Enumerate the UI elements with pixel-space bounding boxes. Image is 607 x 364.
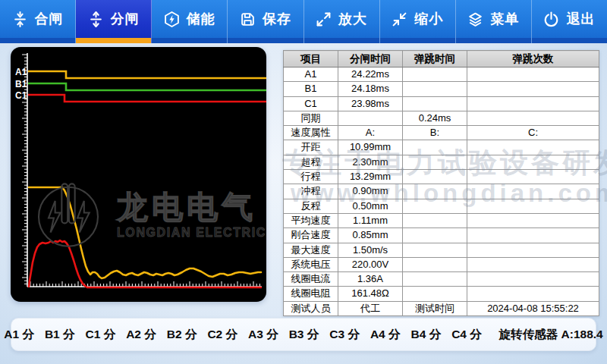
table-cell [467,82,599,96]
table-cell: C1 [284,96,338,111]
table-row: C123.98ms [284,96,599,111]
table-cell: 超程 [284,155,338,169]
table-row: 超程2.30mm [284,155,599,169]
table-cell [467,67,599,82]
table-cell: 220.00V [338,257,403,271]
contact-trace-B1 [28,83,266,90]
phase-status-item: A1 分 [4,327,34,343]
tab-label: 储能 [187,10,215,28]
phase-status-item: C1 分 [86,327,116,343]
table-cell: 2024-04-08 15:55:22 [467,301,599,315]
phase-status-bar: A1 分B1 分C1 分A2 分B2 分C2 分A3 分B3 分C3 分A4 分… [11,318,596,351]
table-cell [467,257,599,271]
phase-status-item: B2 分 [167,327,197,343]
zoom-out-icon [392,11,407,27]
tab-menu[interactable]: 菜单 [456,0,532,43]
table-cell [403,199,467,213]
tab-label: 保存 [263,10,291,28]
table-cell [403,213,467,228]
table-cell: 0.50mm [338,199,403,213]
table-cell: 24.18ms [338,82,403,96]
travel-curve [29,187,261,278]
table-cell: 13.29mm [338,170,403,184]
table-cell: 最大速度 [284,243,338,257]
table-cell: 0.90mm [338,184,403,199]
table-cell: 线圈电流 [284,272,338,287]
tab-zoom-out[interactable]: 缩小 [380,0,456,43]
table-cell: 161.48Ω [338,287,403,301]
table-cell [403,67,467,82]
table-cell: 同期 [284,111,338,125]
table-cell: 速度属性 [284,126,338,140]
table-cell [467,287,599,301]
open-contacts-icon [88,11,104,27]
table-cell [403,184,467,199]
table-cell: A1 [284,67,338,82]
table-cell: A: [338,126,403,140]
tab-save[interactable]: 保存 [228,0,304,43]
table-cell: 反程 [284,199,338,213]
table-cell: 行程 [284,170,338,184]
table-cell: 24.22ms [338,67,403,82]
exit-icon [543,11,559,27]
table-cell [403,96,467,111]
table-cell: 1.36A [338,272,403,287]
table-cell: B: [403,126,467,140]
table-row: 测试人员代工测试时间2024-04-08 15:55:22 [284,301,599,315]
phase-status-item: A4 分 [370,327,401,343]
table-row: 最大速度1.50m/s [284,243,599,257]
table-row: 速度属性A:B:C: [284,126,599,140]
tab-close-contacts[interactable]: 合闸 [0,0,76,43]
phase-status-item: B4 分 [411,327,442,343]
tab-zoom-in[interactable]: 放大 [304,0,380,43]
table-row: 开距10.99mm [284,140,599,155]
table-cell [467,140,599,155]
table-cell: 1.50m/s [338,243,403,257]
contact-trace-A1 [28,71,266,78]
tab-energy-storage[interactable]: 储能 [152,0,228,43]
table-cell [467,170,599,184]
table-row: 同期0.24ms [284,111,599,125]
phase-status-item: A3 分 [248,327,278,343]
table-row: 反程0.50mm [284,199,599,213]
table-row: 线圈电流1.36A [284,272,599,287]
table-row: 线圈电阻161.48Ω [284,287,599,301]
tab-label: 缩小 [414,10,443,28]
table-row: 冲程0.90mm [284,184,599,199]
column-header: 分闸时间 [338,51,403,67]
table-cell [467,199,599,213]
zoom-in-icon [316,11,332,27]
rotary-sensor-reading: 旋转传感器 A:188.4 [499,327,603,343]
table-row: B124.18ms [284,82,599,96]
table-cell [467,228,599,243]
phase-status-item: C4 分 [451,327,482,343]
table-cell: 测试时间 [403,301,467,315]
tab-exit[interactable]: 退出 [532,0,607,43]
table-cell [403,82,467,96]
save-icon [240,11,256,27]
phase-status-item: B3 分 [289,327,319,343]
trace-label: A1 [15,67,27,77]
results-table: 项目分闸时间弹跳时间弹跳次数 A124.22msB124.18msC123.98… [283,50,599,316]
tab-label: 放大 [338,10,367,28]
table-header-row: 项目分闸时间弹跳时间弹跳次数 [284,51,599,67]
contact-trace-C1 [28,95,266,102]
column-header: 弹跳时间 [403,51,467,67]
table-cell: 冲程 [284,184,338,199]
menu-icon [467,11,483,27]
table-cell: 线圈电阻 [284,287,338,301]
table-cell [338,111,403,125]
phase-status-item: B1 分 [45,327,75,343]
tab-open-contacts[interactable]: 分闸 [76,0,152,43]
column-header: 弹跳次数 [467,51,599,67]
table-cell: 代工 [338,301,403,315]
table-row: 行程13.29mm [284,170,599,184]
table-cell [467,111,599,125]
table-cell: 23.98ms [338,96,403,111]
table-row: 系统电压220.00V [284,257,599,271]
table-cell [403,272,467,287]
tab-label: 菜单 [490,10,519,28]
table-cell [467,155,599,169]
table-cell [467,184,599,199]
waveform-panel: A1B1C1 龙电电气 LONGDIAN ELECTRIC Grid Time … [11,47,266,302]
